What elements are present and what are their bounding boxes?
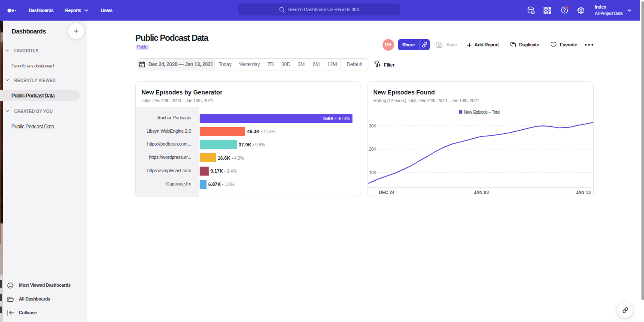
svg-text:10K: 10K [369, 170, 377, 175]
svg-text:20K: 20K [369, 147, 377, 152]
svg-text:DEC 24: DEC 24 [379, 190, 395, 195]
svg-text:JAN 13: JAN 13 [576, 190, 591, 195]
svg-text:30K: 30K [369, 124, 377, 128]
svg-text:New Episode – Total: New Episode – Total [464, 110, 500, 115]
svg-text:JAN 03: JAN 03 [474, 190, 489, 195]
